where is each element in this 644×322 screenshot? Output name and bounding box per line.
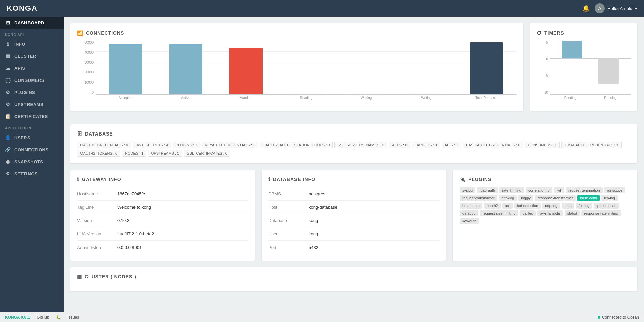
upstreams-icon: ⚙ [5,102,11,107]
timers-card: ⏱ TIMERS 5 0 -5 -10 [530,23,637,111]
plugins-icon: ⚙ [5,90,11,95]
plugin-tag: request-termination [566,187,603,193]
sidebar-item-label: CLUSTER [14,54,36,59]
connections-icon: 🔗 [5,147,11,152]
info-value: LuaJIT 2.1.0-beta2 [117,231,154,236]
plugins-icon: 🔌 [460,177,466,182]
sidebar-item-label: APIS [14,66,25,71]
plugin-tag: statsd [565,210,580,216]
sidebar-section-application: APPLICATION [0,122,64,131]
db-tag: OAUTH2_TOKENS : 0 [77,150,120,157]
sidebar-item-apis[interactable]: ☁ APIS [0,62,64,74]
cluster-icon: ▦ [77,274,82,279]
sidebar-item-label: SNAPSHOTS [14,159,43,164]
github-link[interactable]: GitHub [37,315,49,320]
gateway-info-title: ℹ GATEWAY INFO [77,177,248,182]
timers-title: ⏱ TIMERS [537,30,631,36]
info-value: Welcome to kong [117,205,151,210]
plugin-tag: key-auth [460,218,479,224]
sidebar-item-label: CERTIFICATES [14,114,48,119]
db-tag: ACLS : 0 [389,142,410,148]
sidebar-item-label: USERS [14,135,30,140]
notifications-icon[interactable]: 🔔 [582,5,590,12]
db-tag: BASICAUTH_CREDENTIALS : 0 [463,142,523,148]
info-label: Database [268,218,309,223]
bar-accepted [109,44,142,94]
plugin-tag: syslog [460,187,475,193]
info-label: Port [268,245,309,250]
info-row: Tag LineWelcome to kong [77,201,248,214]
bar-active [169,44,203,94]
info-row: LUA VersionLuaJIT 2.1.0-beta2 [77,227,248,241]
sidebar-item-upstreams[interactable]: ⚙ UPSTREAMS [0,98,64,110]
sidebar-item-label: CONSUMERS [14,78,44,83]
cluster-icon: ▦ [5,53,11,59]
info-value: 0.0.0.0:8001 [117,245,142,250]
sidebar-item-dashboard[interactable]: ⊞ DASHBOARD [0,17,64,29]
sidebar-item-connections[interactable]: 🔗 CONNECTIONS [0,144,64,156]
info-row: Port5432 [268,241,439,254]
plugin-tag: hmac-auth [460,203,482,209]
plugin-tag: udp-log [542,203,560,209]
info-value: kong [309,218,318,223]
sidebar-item-consumers[interactable]: ◯ CONSUMERS [0,74,64,86]
plugin-tag: jwt [554,187,564,193]
sidebar-item-info[interactable]: ℹ INFO [0,38,64,50]
connections-icon: 📶 [77,30,83,36]
info-label: Host [268,205,309,210]
info-value: kong-database [309,205,337,210]
info-value: kong [309,231,318,236]
cluster-title: ▦ CLUSTER ( nodes ) [77,274,631,279]
sidebar-item-snapshots[interactable]: ◉ SNAPSHOTS [0,156,64,168]
plugin-tag: galileo [520,210,536,216]
user-greeting: Hello, Arnold [607,6,632,11]
row-info: ℹ GATEWAY INFO HostName1867ac7045fcTag L… [70,170,637,267]
sidebar-item-label: PLUGINS [14,90,35,95]
bar-total-group [457,41,517,94]
info-label: Tag Line [77,205,117,210]
snapshots-icon: ◉ [5,159,11,164]
info-row: Databasekong [268,214,439,227]
connected-dot [598,316,600,319]
info-value: 0.10.3 [117,218,129,223]
bar-pending [562,41,582,58]
cluster-card: ▦ CLUSTER ( nodes ) [70,267,637,291]
db-tag: OAUTH2_CREDENTIALS : 0 [77,142,131,148]
plugin-tag: request-size-limiting [480,210,518,216]
sidebar-item-settings[interactable]: ⚙ SETTINGS [0,168,64,180]
connections-card: 📶 CONNECTIONS 50000 40000 30000 20000 10… [70,23,523,111]
user-menu[interactable]: A Hello, Arnold ▾ [595,3,637,13]
bar-reading-group [276,41,336,94]
db-tag: KEYAUTH_CREDENTIALS : 1 [202,142,258,148]
sidebar-item-certificates[interactable]: 📋 CERTIFICATES [0,110,64,122]
chevron-down-icon: ▾ [635,6,637,11]
info-label: HostName [77,191,117,196]
plugin-tag: datadog [460,210,478,216]
apis-icon: ☁ [5,65,11,71]
db-tag: OAUTH2_AUTHORIZATION_CODES : 0 [260,142,333,148]
plugin-tag: aws-lambda [537,210,562,216]
sidebar-item-label: CONNECTIONS [14,147,49,152]
info-label: Admin listen [77,245,117,250]
info-value: postgres [309,191,325,196]
sidebar-item-label: INFO [14,42,25,47]
plugins-title: 🔌 PLUGINS [460,177,631,182]
issues-icon: 🐛 [56,315,61,320]
sidebar-item-plugins[interactable]: ⚙ PLUGINS [0,86,64,98]
plugin-tag: tcp-log [601,195,618,201]
sidebar-item-cluster[interactable]: ▦ CLUSTER [0,50,64,62]
plugin-tag: response-ratelimiting [581,210,621,216]
plugin-tag: rate-limiting [499,187,524,193]
info-label: LUA Version [77,231,117,236]
connected-label: Connected to Ocean [602,315,639,320]
issues-link[interactable]: Issues [68,315,79,320]
bar-total [470,42,503,94]
db-tag: PLUGINS : 1 [173,142,200,148]
sidebar-item-users[interactable]: 👤 USERS [0,131,64,144]
gateway-info-rows: HostName1867ac7045fcTag LineWelcome to k… [77,187,248,254]
sidebar-item-label: UPSTREAMS [14,102,43,107]
db-tag: SSL_SERVERS_NAMES : 0 [334,142,387,148]
database-tags: OAUTH2_CREDENTIALS : 0JWT_SECRETS : 4PLU… [77,142,631,157]
database-icon: 🗄 [77,131,82,137]
plugin-tag: ip-restriction [594,203,619,209]
